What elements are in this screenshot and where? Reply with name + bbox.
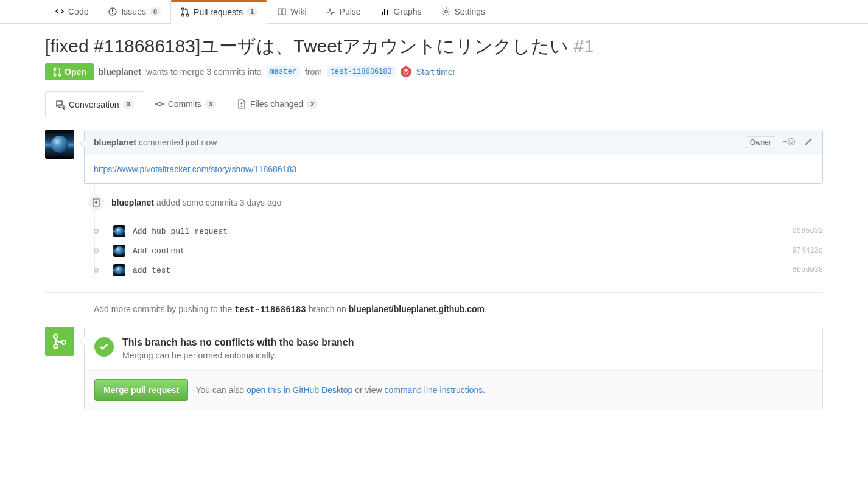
tab-code[interactable]: Code [45, 0, 98, 23]
subtab-conversation[interactable]: Conversation 0 [45, 91, 144, 117]
commit-icon [155, 99, 164, 109]
owner-badge: Owner [746, 136, 775, 148]
svg-rect-6 [382, 12, 383, 15]
repo-push-icon [87, 193, 105, 212]
code-icon [55, 7, 65, 16]
commit-sha[interactable]: 0965d32 [793, 227, 823, 235]
svg-point-5 [186, 14, 189, 16]
pr-author[interactable]: blueplanet [99, 67, 141, 77]
svg-text:+: + [783, 137, 788, 146]
commit-message[interactable]: Add hub pull request [133, 227, 785, 236]
commit-message[interactable]: Add content [133, 246, 785, 256]
svg-rect-2 [113, 9, 113, 12]
commit-sha[interactable]: 6bbd038 [793, 266, 823, 274]
svg-point-20 [54, 335, 58, 339]
cli-instructions-link[interactable]: command line instructions [385, 385, 483, 395]
base-branch[interactable]: master [267, 66, 300, 77]
commits-count: 3 [205, 100, 216, 109]
svg-point-17 [788, 138, 795, 145]
tab-pull-requests[interactable]: Pull requests 1 [170, 0, 267, 24]
svg-rect-8 [387, 10, 388, 15]
merge-also-text: You can also open this in GitHub Desktop… [195, 385, 485, 395]
graph-icon [380, 7, 390, 16]
svg-point-11 [54, 74, 56, 76]
tab-issues-label: Issues [121, 7, 145, 16]
files-count: 2 [307, 100, 318, 109]
edit-comment-button[interactable] [803, 137, 813, 148]
svg-point-12 [58, 74, 61, 76]
comment-discussion-icon [55, 100, 65, 110]
svg-rect-7 [384, 9, 385, 15]
svg-point-4 [181, 14, 184, 16]
avatar[interactable] [113, 225, 125, 237]
avatar[interactable] [45, 130, 74, 159]
push-hint: Add more commits by pushing to the test-… [94, 304, 823, 315]
comment-author[interactable]: blueplanet [94, 138, 136, 147]
merge-box: This branch has no conflicts with the ba… [84, 327, 823, 410]
gear-icon [441, 7, 451, 16]
subtab-commits[interactable]: Commits 3 [144, 91, 226, 117]
comment-link[interactable]: https://www.pivotaltracker.com/story/sho… [94, 164, 296, 174]
tab-code-label: Code [68, 7, 88, 16]
pr-title: [fixed #118686183]ユーザは、Tweetアカウントにリンクしたい… [45, 36, 823, 56]
commit-message[interactable]: add test [133, 266, 785, 275]
pull-request-icon [52, 67, 62, 77]
svg-point-22 [61, 340, 66, 344]
commit-dot-icon [94, 248, 99, 253]
tab-graphs-label: Graphs [394, 7, 422, 16]
avatar[interactable] [113, 264, 125, 276]
svg-point-3 [181, 8, 184, 10]
svg-point-15 [158, 102, 161, 106]
open-desktop-link[interactable]: open this in GitHub Desktop [247, 385, 352, 395]
svg-point-10 [54, 68, 56, 70]
commit-row[interactable]: Add hub pull request 0965d32 [96, 221, 823, 241]
commit-dot-icon [94, 229, 99, 234]
commit-row[interactable]: add test 6bbd038 [96, 260, 823, 280]
pulls-count: 1 [247, 7, 257, 16]
tab-wiki-label: Wiki [290, 7, 306, 16]
pulse-icon [326, 7, 336, 16]
commit-dot-icon [94, 268, 99, 273]
merge-status-sub: Merging can be performed automatically. [122, 350, 354, 360]
issues-count: 0 [150, 7, 161, 16]
svg-point-21 [54, 344, 58, 349]
comment-action: commented just now [139, 138, 217, 147]
tab-settings-label: Settings [455, 7, 486, 16]
file-diff-icon [237, 99, 247, 109]
tab-pulse-label: Pulse [340, 7, 361, 16]
pr-number: #1 [574, 36, 594, 56]
merge-text: wants to merge 3 commits into [146, 67, 262, 77]
commits-event-text: blueplanet added some commits 3 days ago [111, 198, 281, 207]
state-badge: Open [45, 63, 94, 80]
svg-point-19 [792, 140, 793, 141]
svg-point-1 [112, 13, 113, 14]
tab-pulse[interactable]: Pulse [317, 0, 371, 23]
add-reaction-button[interactable]: + [783, 137, 796, 148]
avatar[interactable] [113, 245, 125, 257]
subtab-files[interactable]: Files changed 2 [226, 91, 328, 117]
tab-settings[interactable]: Settings [432, 0, 495, 23]
svg-point-18 [789, 140, 791, 141]
timer-icon[interactable] [401, 66, 411, 77]
conversation-count: 0 [123, 100, 134, 109]
comment: blueplanet commented just now Owner + [84, 130, 823, 184]
svg-point-9 [444, 10, 447, 13]
tab-issues[interactable]: Issues 0 [98, 0, 170, 23]
merge-status-title: This branch has no conflicts with the ba… [122, 337, 354, 348]
tab-wiki[interactable]: Wiki [267, 0, 316, 23]
check-icon [94, 337, 114, 357]
tab-graphs[interactable]: Graphs [371, 0, 432, 23]
commit-row[interactable]: Add content 974423c [96, 241, 823, 260]
merge-icon [45, 327, 74, 356]
svg-rect-14 [405, 70, 406, 72]
tab-pulls-label: Pull requests [194, 7, 243, 17]
head-branch[interactable]: test-118686183 [327, 66, 396, 77]
merge-button[interactable]: Merge pull request [94, 379, 188, 401]
start-timer-link[interactable]: Start timer [416, 67, 456, 77]
book-icon [277, 7, 287, 16]
pull-request-icon [180, 7, 190, 17]
issue-icon [108, 7, 117, 16]
commit-sha[interactable]: 974423c [793, 246, 823, 255]
